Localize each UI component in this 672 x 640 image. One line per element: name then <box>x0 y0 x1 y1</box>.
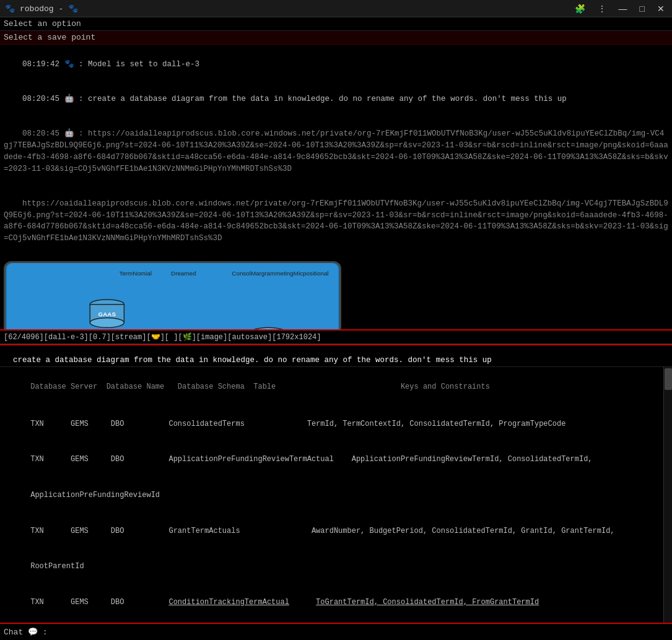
chat-line-url-2: https://oaidalleapiprodscus.blob.core.wi… <box>4 186 668 256</box>
title-bar-controls: 🧩 ⋮ — □ ✕ <box>572 2 667 15</box>
select-option-label: Select an option <box>4 19 81 28</box>
select-option-bar[interactable]: Select an option <box>0 17 672 31</box>
scrollbar[interactable] <box>663 367 672 623</box>
db-row-2b: ApplicationPreFundingReviewId <box>4 478 660 514</box>
db-row-3b: RootParentId <box>4 549 660 585</box>
title-bar: 🐾 robodog - 🐾 🧩 ⋮ — □ ✕ <box>0 0 672 17</box>
bottom-section: Database Server Database Name Database S… <box>0 366 672 623</box>
chat-line-2: 08:20:45 🤖 : create a database diagram f… <box>4 82 668 116</box>
database-diagram-image: TermNomial Dreamed ConsolMargrammetingMi… <box>4 261 341 330</box>
prompt-line-text: create a database diagram from the data … <box>13 356 492 365</box>
maximize-icon[interactable]: □ <box>637 2 647 15</box>
chat-area: 08:19:42 🐾 : Model is set to dall-e-3 08… <box>0 45 672 329</box>
status-bar: [62/4096][dall-e-3][0.7][stream][🤝][ ][🌿… <box>0 329 672 344</box>
chat-input-bar: Chat 💬 : <box>0 623 672 640</box>
svg-text:Dreamed: Dreamed <box>171 269 196 276</box>
title-bar-left: 🐾 robodog - 🐾 <box>5 4 78 14</box>
db-header: Database Server Database Name Database S… <box>4 370 660 405</box>
title-bar-title: robodog - 🐾 <box>20 4 78 14</box>
db-row-3: TXN GEMS DBO GrantTermActuals AwardNumbe… <box>4 513 660 549</box>
svg-text:GAAS: GAAS <box>98 310 116 317</box>
select-save-label: Select a save point <box>4 33 95 42</box>
minimize-icon[interactable]: — <box>616 2 630 15</box>
prompt-line-bar: create a database diagram from the data … <box>0 344 672 366</box>
close-icon[interactable]: ✕ <box>655 2 667 15</box>
db-row-4: TXN GEMS DBO ConditionTrackingTermActual… <box>4 584 660 620</box>
db-area: Database Server Database Name Database S… <box>0 366 672 623</box>
chat-input-label: Chat 💬 : <box>4 627 48 637</box>
select-save-bar[interactable]: Select a save point <box>0 31 672 45</box>
svg-text:TermNomial: TermNomial <box>119 269 151 276</box>
chat-input-field[interactable] <box>50 628 668 637</box>
db-row-2: TXN GEMS DBO ApplicationPreFundingReview… <box>4 442 660 478</box>
chat-line-url-1: 08:20:45 🤖 : https://oaidalleapiprodscus… <box>4 117 668 187</box>
extensions-icon[interactable]: 🧩 <box>572 2 588 15</box>
scroll-thumb[interactable] <box>665 368 672 390</box>
app-icon: 🐾 <box>5 4 15 14</box>
status-text: [62/4096][dall-e-3][0.7][stream][🤝][ ][🌿… <box>4 332 321 342</box>
db-row-1: TXN GEMS DBO ConsolidatedTerms TermId, T… <box>4 407 660 443</box>
svg-text:ConsolMargrammetingMicposition: ConsolMargrammetingMicpositional <box>232 269 328 276</box>
svg-point-6 <box>90 318 124 327</box>
more-icon[interactable]: ⋮ <box>595 2 609 15</box>
chat-line-1: 08:19:42 🐾 : Model is set to dall-e-3 <box>4 47 668 82</box>
